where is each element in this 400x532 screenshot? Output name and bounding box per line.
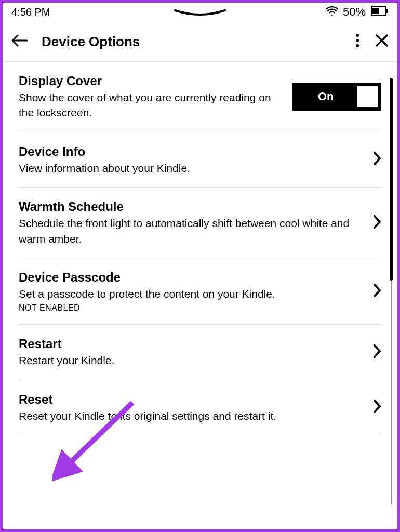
status-time: 4:56 PM (11, 6, 50, 18)
item-desc: View information about your Kindle. (19, 161, 365, 176)
item-warmth-schedule[interactable]: Warmth Schedule Schedule the front light… (19, 188, 381, 258)
toggle-knob (357, 86, 378, 107)
svg-rect-1 (372, 8, 379, 14)
scrollbar-thumb[interactable] (390, 78, 393, 281)
item-desc: Reset your Kindle to its original settin… (19, 408, 365, 423)
display-cover-toggle[interactable]: On (292, 83, 381, 111)
chevron-right-icon (373, 151, 381, 168)
pull-handle-icon[interactable] (174, 8, 226, 20)
battery-percent: 50% (343, 5, 366, 19)
item-desc: Show the cover of what you are currently… (19, 90, 284, 121)
back-icon[interactable] (11, 34, 28, 49)
item-title: Reset (19, 392, 365, 407)
page-title: Device Options (42, 34, 342, 50)
scrollbar-track (391, 281, 392, 504)
svg-point-5 (356, 44, 359, 47)
chevron-right-icon (373, 283, 381, 300)
chevron-right-icon (373, 215, 381, 231)
svg-rect-2 (386, 9, 388, 13)
item-device-info[interactable]: Device Info View information about your … (19, 132, 381, 188)
battery-icon (371, 6, 389, 18)
item-display-cover[interactable]: Display Cover Show the cover of what you… (19, 62, 381, 132)
item-desc: Restart your Kindle. (19, 353, 365, 368)
item-title: Restart (19, 336, 365, 352)
svg-point-4 (356, 39, 359, 42)
chevron-right-icon (373, 399, 381, 416)
wifi-icon (326, 6, 338, 18)
item-status: NOT ENABLED (19, 303, 365, 313)
item-title: Display Cover (19, 73, 284, 89)
close-icon[interactable] (375, 34, 389, 49)
chevron-right-icon (373, 344, 381, 361)
item-restart[interactable]: Restart Restart your Kindle. (19, 325, 381, 380)
status-bar: 4:56 PM 50% (0, 0, 400, 22)
item-desc: Schedule the front light to automaticall… (19, 216, 365, 246)
svg-point-3 (356, 34, 359, 37)
toggle-label: On (318, 90, 334, 103)
page-header: Device Options (0, 22, 400, 61)
item-title: Device Passcode (19, 270, 365, 285)
settings-list: Display Cover Show the cover of what you… (0, 62, 400, 435)
item-title: Device Info (19, 144, 365, 159)
item-device-passcode[interactable]: Device Passcode Set a passcode to protec… (19, 258, 381, 325)
item-reset[interactable]: Reset Reset your Kindle to its original … (19, 380, 381, 435)
more-icon[interactable] (355, 33, 359, 50)
item-desc: Set a passcode to protect the content on… (19, 286, 365, 301)
item-title: Warmth Schedule (19, 199, 365, 215)
